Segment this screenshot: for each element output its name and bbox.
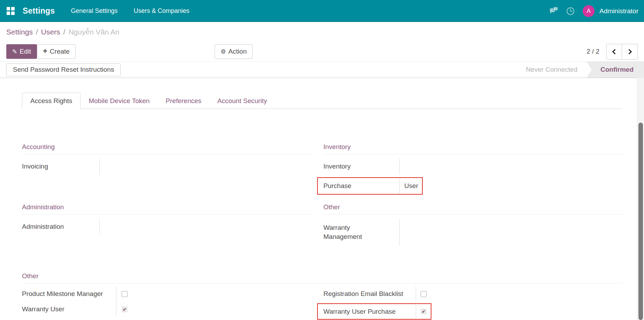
checkbox-column-left: Product Milestone Manager Warranty User … [22, 286, 312, 320]
pager-counter: 2 / 2 [586, 48, 599, 55]
field-warranty-management: Warranty Management [323, 219, 622, 246]
scrollbar-thumb[interactable] [638, 123, 643, 320]
field-label-warranty-management: Warranty Management [323, 219, 400, 246]
create-button[interactable]: + Create [37, 44, 76, 59]
field-administration: Administration [22, 219, 312, 235]
group-row-2: Administration Administration Other Warr… [22, 203, 622, 246]
avatar[interactable]: A [583, 5, 595, 17]
field-invoicing: Invoicing [22, 158, 312, 174]
highlight-box-purchase: Purchase User [317, 177, 423, 195]
group-title-administration: Administration [22, 203, 312, 214]
breadcrumb-current-record: Nguyễn Văn An [68, 28, 119, 36]
clock-icon[interactable] [566, 7, 575, 16]
field-label-registration-email-blacklist: Registration Email Blacklist [323, 286, 416, 302]
chevron-right-icon [626, 49, 632, 54]
gear-icon: ⚙ [221, 49, 226, 55]
chat-icon[interactable] [549, 7, 558, 16]
field-warranty-user: Warranty User ✔ [22, 302, 312, 317]
checkbox-column-right: Registration Email Blacklist Warranty Us… [323, 286, 622, 320]
send-password-reset-button[interactable]: Send Password Reset Instructions [6, 63, 121, 76]
tab-access-rights[interactable]: Access Rights [22, 93, 80, 109]
field-value-purchase: User [400, 182, 418, 190]
app-title[interactable]: Settings [23, 6, 55, 16]
highlight-box-warranty-user-purchase: Warranty User Purchase ✔ [317, 303, 431, 320]
notebook-tabs: Access Rights Mobile Device Token Prefer… [22, 93, 622, 109]
top-navbar: Settings General Settings Users & Compan… [0, 0, 644, 22]
field-label-purchase: Purchase [323, 178, 400, 194]
checkbox-warranty-user-purchase[interactable]: ✔ [421, 309, 427, 314]
group-inventory: Inventory Inventory Purchase User [323, 143, 622, 195]
breadcrumb-separator: / [63, 28, 66, 36]
group-other-bottom: Other Product Milestone Manager Warranty… [22, 272, 622, 320]
status-confirmed[interactable]: Confirmed [586, 62, 644, 78]
create-button-label: Create [50, 48, 70, 55]
group-title-accounting: Accounting [22, 143, 312, 154]
breadcrumb-users[interactable]: Users [41, 28, 60, 36]
pencil-icon: ✎ [12, 49, 17, 55]
statusbar-buttons: Send Password Reset Instructions [0, 62, 121, 78]
field-inventory: Inventory [323, 158, 622, 174]
form-sheet: Access Rights Mobile Device Token Prefer… [0, 93, 644, 320]
checkbox-grid: Product Milestone Manager Warranty User … [22, 286, 622, 320]
breadcrumb-settings[interactable]: Settings [6, 28, 33, 36]
field-label-administration: Administration [22, 219, 100, 235]
field-label-product-milestone-manager: Product Milestone Manager [22, 286, 116, 302]
group-accounting: Accounting Invoicing [22, 143, 312, 195]
user-name[interactable]: Administrator [599, 7, 638, 15]
field-label-warranty-user-purchase: Warranty User Purchase [323, 305, 416, 318]
apps-grid-icon[interactable] [6, 7, 15, 15]
avatar-initial: A [586, 8, 590, 15]
checkbox-registration-email-blacklist[interactable] [421, 291, 427, 297]
menu-general-settings[interactable]: General Settings [71, 7, 117, 15]
tab-mobile-device-token[interactable]: Mobile Device Token [80, 93, 158, 109]
breadcrumb-separator: / [36, 28, 38, 36]
field-warranty-user-purchase: Warranty User Purchase ✔ [323, 305, 431, 318]
breadcrumb: Settings / Users / Nguyễn Văn An [0, 22, 644, 42]
field-product-milestone-manager: Product Milestone Manager [22, 286, 312, 302]
checkbox-warranty-user[interactable]: ✔ [122, 306, 128, 312]
pager: 2 / 2 [586, 44, 638, 60]
field-purchase: Purchase User [323, 178, 422, 194]
action-button-label: Action [228, 48, 247, 55]
group-title-other-bottom: Other [22, 272, 622, 283]
group-administration: Administration Administration [22, 203, 312, 246]
plus-icon: + [43, 47, 47, 55]
action-button[interactable]: ⚙ Action [215, 44, 253, 59]
edit-button[interactable]: ✎ Edit [6, 44, 37, 59]
control-panel: ✎ Edit + Create ⚙ Action 2 / 2 [0, 42, 644, 61]
pager-next-button[interactable] [622, 44, 638, 60]
vertical-scrollbar[interactable] [637, 78, 644, 320]
statusbar: Send Password Reset Instructions Never C… [0, 61, 644, 78]
field-label-warranty-user: Warranty User [22, 302, 116, 317]
field-label-inventory: Inventory [323, 158, 400, 174]
status-widget: Never Connected Confirmed [517, 62, 644, 78]
group-other-right: Other Warranty Management [323, 203, 622, 246]
navbar-right: A Administrator [549, 5, 638, 17]
chevron-left-icon [612, 49, 618, 54]
menu-users-companies[interactable]: Users & Companies [133, 7, 189, 15]
tab-preferences[interactable]: Preferences [158, 93, 209, 109]
group-title-inventory: Inventory [323, 143, 622, 154]
pager-previous-button[interactable] [606, 44, 622, 60]
field-registration-email-blacklist: Registration Email Blacklist [323, 286, 622, 302]
pager-buttons [606, 44, 638, 60]
checkbox-product-milestone-manager[interactable] [122, 291, 128, 297]
edit-button-label: Edit [20, 48, 31, 55]
group-row-1: Accounting Invoicing Inventory Inventory… [22, 143, 622, 195]
field-label-invoicing: Invoicing [22, 158, 100, 174]
group-title-other: Other [323, 203, 622, 214]
status-never-connected[interactable]: Never Connected [517, 62, 586, 78]
tab-account-security[interactable]: Account Security [209, 93, 275, 109]
